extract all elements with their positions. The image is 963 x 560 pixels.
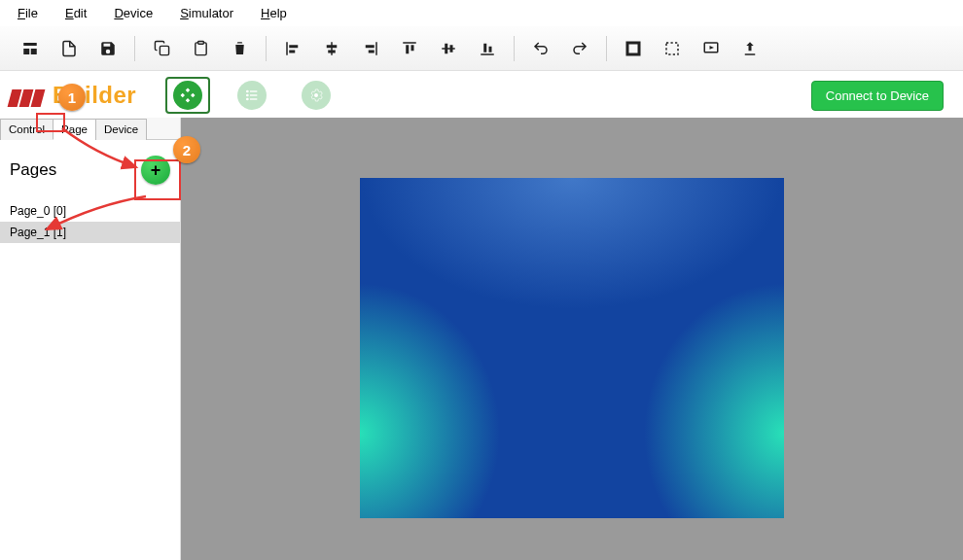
undo-button[interactable]: [522, 30, 559, 67]
svg-rect-33: [250, 98, 257, 99]
menu-device[interactable]: Device: [114, 6, 153, 20]
logo-icon: [10, 84, 47, 107]
device-screen[interactable]: [360, 178, 784, 518]
align-hcenter-button[interactable]: [313, 30, 350, 67]
save-button[interactable]: [89, 30, 126, 67]
callout-step-2: 2: [173, 136, 200, 163]
align-bottom-button[interactable]: [469, 30, 506, 67]
svg-rect-1: [23, 49, 29, 54]
svg-rect-4: [197, 41, 203, 44]
svg-rect-21: [483, 43, 486, 52]
svg-rect-18: [445, 43, 447, 53]
svg-rect-13: [369, 50, 374, 52]
select-area-button[interactable]: [654, 30, 691, 67]
view-design-button[interactable]: [165, 77, 210, 114]
delete-button[interactable]: [221, 30, 258, 67]
svg-rect-17: [442, 48, 455, 50]
panel-title: Pages: [10, 160, 56, 180]
view-settings-button[interactable]: [294, 77, 339, 114]
svg-rect-25: [666, 43, 678, 54]
svg-rect-7: [289, 50, 295, 52]
svg-point-30: [246, 94, 249, 97]
svg-rect-5: [286, 42, 288, 55]
menu-simulator[interactable]: Simulator: [180, 6, 233, 20]
svg-rect-11: [375, 42, 377, 55]
svg-rect-16: [411, 45, 414, 51]
svg-rect-3: [160, 46, 168, 54]
preview-button[interactable]: [693, 30, 730, 67]
frame-button[interactable]: [615, 30, 652, 67]
paste-button[interactable]: [182, 30, 219, 67]
align-left-button[interactable]: [274, 30, 311, 67]
svg-rect-15: [406, 45, 409, 53]
svg-rect-8: [331, 42, 333, 55]
svg-point-28: [246, 90, 249, 93]
open-button[interactable]: [51, 30, 88, 67]
sidebar-tabs: Control Page Device: [0, 118, 180, 140]
menu-help[interactable]: Help: [261, 6, 287, 20]
new-project-button[interactable]: [12, 30, 49, 67]
svg-marker-27: [710, 46, 715, 50]
svg-point-32: [246, 98, 249, 101]
svg-rect-19: [450, 45, 453, 52]
page-list: Page_0 [0] Page_1 [1]: [0, 200, 180, 243]
view-list-button[interactable]: [230, 77, 274, 114]
sidebar-tab-device[interactable]: Device: [95, 119, 147, 140]
svg-rect-23: [628, 43, 639, 53]
menu-file[interactable]: File: [18, 6, 38, 20]
svg-rect-20: [481, 53, 494, 55]
menu-bar: File Edit Device Simulator Help: [0, 0, 963, 26]
redo-button[interactable]: [561, 30, 598, 67]
svg-rect-2: [31, 49, 37, 54]
align-top-button[interactable]: [391, 30, 428, 67]
highlight-add-button: [134, 159, 181, 200]
svg-rect-14: [403, 42, 416, 44]
menu-edit[interactable]: Edit: [65, 6, 87, 20]
svg-rect-6: [289, 45, 298, 48]
svg-rect-29: [250, 90, 257, 91]
page-list-item[interactable]: Page_1 [1]: [0, 222, 180, 243]
svg-rect-10: [328, 50, 336, 52]
svg-rect-31: [250, 94, 257, 95]
page-list-item[interactable]: Page_0 [0]: [0, 200, 180, 222]
svg-rect-9: [327, 45, 338, 48]
svg-point-34: [314, 93, 318, 97]
callout-step-1: 1: [58, 84, 86, 111]
brand-row: Builder Connect to Device: [0, 71, 963, 118]
highlight-page-tab: [36, 113, 65, 132]
svg-rect-0: [23, 43, 37, 46]
toolbar: [0, 26, 963, 71]
svg-rect-12: [366, 45, 374, 48]
copy-button[interactable]: [143, 30, 180, 67]
connect-device-button[interactable]: Connect to Device: [811, 81, 944, 111]
align-right-button[interactable]: [352, 30, 389, 67]
svg-rect-22: [489, 46, 492, 52]
upload-button[interactable]: [731, 30, 768, 67]
align-vcenter-button[interactable]: [430, 30, 467, 67]
canvas-area[interactable]: [181, 118, 963, 560]
